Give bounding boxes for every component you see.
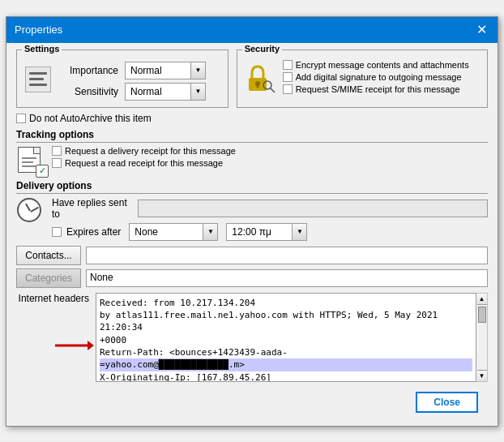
expires-time-arrow[interactable]: ▼: [292, 224, 306, 240]
scrollbar: ▲ ▼: [476, 293, 488, 382]
scrollbar-thumb[interactable]: [478, 307, 486, 323]
tracking-label: Tracking options: [16, 129, 488, 143]
arrow-indicator: [53, 337, 94, 356]
expires-date-value: None: [130, 225, 203, 239]
sensitivity-dropdown-arrow[interactable]: ▼: [190, 84, 205, 100]
contacts-button[interactable]: Contacts...: [16, 246, 81, 265]
tracking-check2-checkbox[interactable]: [52, 158, 62, 168]
clock-wrapper: [17, 198, 45, 225]
delivery-section: Delivery options Have replies sent to: [16, 180, 488, 241]
categories-button[interactable]: Categories: [16, 268, 81, 288]
svg-marker-6: [88, 341, 94, 350]
tracking-check2-label: Request a read receipt for this message: [65, 158, 223, 168]
contacts-input[interactable]: [86, 247, 488, 264]
contacts-row: Contacts...: [16, 246, 488, 265]
tracking-section: Tracking options ✓: [16, 129, 488, 175]
categories-text: None: [90, 272, 113, 283]
sensitivity-label: Sensitivity: [58, 86, 118, 97]
tracking-icon: ✓: [16, 146, 45, 175]
settings-fields: Importance Normal ▼ Sensitivity Normal ▼: [58, 62, 206, 101]
replies-label: Have replies sent to: [52, 197, 133, 220]
delivery-inner: Have replies sent to Expires after None …: [16, 197, 488, 241]
svg-line-4: [270, 88, 275, 92]
properties-dialog: Properties ✕ Settings: [6, 16, 498, 427]
checkmark-badge: ✓: [36, 165, 49, 178]
clock-minute-hand: [30, 206, 38, 212]
arrow-svg: [53, 337, 94, 354]
importance-label: Importance: [58, 65, 118, 76]
title-close-button[interactable]: ✕: [473, 22, 489, 38]
settings-legend: Settings: [22, 44, 62, 54]
importance-row: Importance Normal ▼: [58, 62, 206, 79]
clock-face: [17, 198, 41, 222]
importance-dropdown[interactable]: Normal ▼: [125, 62, 206, 79]
security-inner: Encrypt message contents and attachments…: [244, 60, 481, 94]
settings-group: Settings Importance Normal: [16, 49, 229, 108]
categories-value[interactable]: None: [86, 269, 488, 287]
delivery-fields: Have replies sent to Expires after None …: [52, 197, 488, 241]
autoarchive-label: Do not AutoArchive this item: [29, 113, 152, 124]
categories-row: Categories None: [16, 268, 488, 288]
headers-container: Received: from 10.217.134.204 by atlas11…: [96, 293, 488, 382]
security-legend: Security: [242, 44, 282, 54]
tracking-check2-row: Request a read receipt for this message: [52, 158, 236, 168]
replies-input[interactable]: [138, 200, 488, 217]
lock-icon-area: [244, 60, 276, 94]
settings-icon: [23, 65, 53, 94]
doc-line3: [22, 165, 36, 167]
security-check3-checkbox[interactable]: [283, 84, 293, 94]
expires-time-dropdown[interactable]: 12:00 πμ ▼: [226, 223, 307, 241]
tracking-inner: ✓ Request a delivery receipt for this me…: [16, 146, 488, 175]
delivery-icon: [16, 197, 45, 226]
svg-rect-2: [256, 84, 258, 88]
header-line4: Return-Path: <bounces+1423439-aada-: [100, 346, 472, 358]
tracking-checks: Request a delivery receipt for this mess…: [52, 146, 236, 168]
expires-label: Expires after: [66, 226, 121, 238]
security-check3-row: Request S/MIME receipt for this message: [283, 84, 469, 94]
security-checks: Encrypt message contents and attachments…: [283, 60, 469, 94]
doc-checkmark-icon: ✓: [18, 147, 44, 174]
security-check1-row: Encrypt message contents and attachments: [283, 60, 469, 70]
expires-checkbox[interactable]: [52, 227, 62, 237]
security-check3-label: Request S/MIME receipt for this message: [296, 84, 460, 94]
replies-row: Have replies sent to: [52, 197, 488, 220]
clock-hour-hand: [25, 203, 31, 211]
header-line6: X-Originating-Ip: [167.89.45.26]: [100, 371, 472, 382]
doc-fold: [33, 148, 40, 154]
header-line5-highlighted: =yahoo.com@█████████████.m>: [100, 358, 472, 371]
security-check2-label: Add digital signature to outgoing messag…: [296, 72, 462, 82]
security-check2-checkbox[interactable]: [283, 72, 293, 82]
security-group: Security: [237, 49, 488, 108]
header-line3: +0000: [100, 334, 472, 346]
autoarchive-checkbox[interactable]: [16, 114, 26, 123]
headers-text[interactable]: Received: from 10.217.134.204 by atlas11…: [96, 293, 476, 382]
top-row: Settings Importance Normal: [16, 49, 488, 108]
scrollbar-up-button[interactable]: ▲: [477, 294, 487, 305]
lock-icon: [244, 62, 276, 94]
expires-date-arrow[interactable]: ▼: [203, 224, 217, 240]
sensitivity-dropdown[interactable]: Normal ▼: [125, 83, 206, 101]
scrollbar-down-button[interactable]: ▼: [477, 370, 487, 381]
security-check1-checkbox[interactable]: [283, 60, 293, 70]
doc-line2: [22, 161, 33, 163]
dialog-title: Properties: [15, 24, 62, 36]
close-button[interactable]: Close: [416, 392, 478, 413]
importance-value: Normal: [126, 63, 190, 78]
sensitivity-row: Sensitivity Normal ▼: [58, 83, 206, 101]
expires-row: Expires after None ▼ 12:00 πμ ▼: [52, 223, 488, 241]
security-check2-row: Add digital signature to outgoing messag…: [283, 72, 469, 82]
autoarchive-row: Do not AutoArchive this item: [16, 113, 488, 124]
bottom-bar: Close: [16, 388, 488, 419]
importance-dropdown-arrow[interactable]: ▼: [190, 62, 205, 79]
security-check1-label: Encrypt message contents and attachments: [296, 60, 469, 70]
header-line1: Received: from 10.217.134.204: [100, 297, 472, 309]
internet-headers-section: Internet headers Received: from 10.217.1…: [16, 293, 488, 382]
dialog-body: Settings Importance Normal: [6, 43, 498, 426]
delivery-label: Delivery options: [16, 180, 488, 194]
tracking-check1-checkbox[interactable]: [52, 146, 62, 156]
expires-time-value: 12:00 πμ: [227, 225, 292, 239]
expires-date-dropdown[interactable]: None ▼: [129, 223, 218, 241]
tracking-check1-label: Request a delivery receipt for this mess…: [65, 146, 236, 156]
doc-line1: [22, 157, 36, 159]
tracking-check1-row: Request a delivery receipt for this mess…: [52, 146, 236, 156]
